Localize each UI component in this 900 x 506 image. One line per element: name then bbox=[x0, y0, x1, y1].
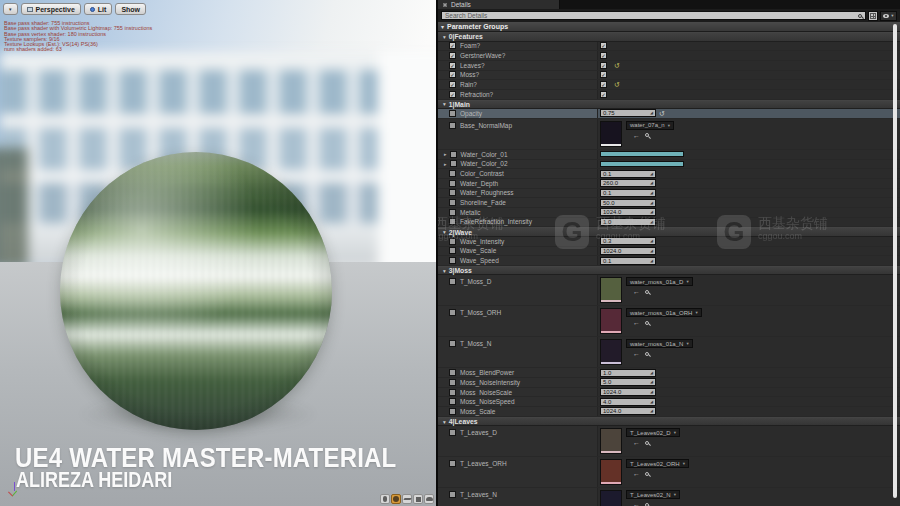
param-row-check[interactable]: ✓Leaves?✓↺ bbox=[438, 61, 900, 71]
preview-shape-sphere-button[interactable] bbox=[391, 494, 401, 504]
use-selected-asset-icon[interactable]: ← bbox=[633, 439, 640, 446]
param-row-texture[interactable]: T_Moss_Nwater_moss_01a_N▾← bbox=[438, 337, 900, 368]
collapse-arrow-icon[interactable]: ▾ bbox=[443, 229, 446, 235]
group-header[interactable]: ▾4|Leaves bbox=[438, 417, 900, 427]
collapse-arrow-icon[interactable]: ▾ bbox=[443, 101, 446, 107]
texture-thumbnail[interactable] bbox=[600, 490, 622, 506]
param-row-texture[interactable]: T_Moss_Dwater_moss_01a_D▾← bbox=[438, 275, 900, 306]
param-row-scalar[interactable]: Color_Contrast0.1◢ bbox=[438, 169, 900, 179]
override-checkbox[interactable] bbox=[449, 309, 456, 316]
browse-asset-icon[interactable] bbox=[645, 133, 649, 137]
tab-details[interactable]: Details bbox=[438, 0, 560, 9]
override-checkbox[interactable] bbox=[449, 408, 456, 415]
param-row-scalar[interactable]: Moss_NoiseSpeed4.0◢ bbox=[438, 397, 900, 407]
param-row-texture[interactable]: T_Leaves_DT_Leaves02_D▾← bbox=[438, 426, 900, 457]
param-row-check[interactable]: ✓Foam?✓ bbox=[438, 42, 900, 52]
collapse-arrow-icon[interactable]: ▾ bbox=[443, 419, 446, 425]
override-checkbox[interactable] bbox=[450, 160, 457, 167]
value-spinbox[interactable]: 1024.0◢ bbox=[600, 388, 656, 396]
param-row-scalar[interactable]: Wave_Speed0.1◢ bbox=[438, 256, 900, 266]
parameter-groups-header[interactable]: ▾ Parameter Groups bbox=[438, 22, 900, 32]
reset-to-default-icon[interactable]: ↺ bbox=[614, 81, 620, 88]
use-selected-asset-icon[interactable]: ← bbox=[633, 350, 640, 357]
lit-mode-button[interactable]: Lit bbox=[84, 3, 113, 15]
browse-asset-icon[interactable] bbox=[645, 321, 649, 325]
value-spinbox[interactable]: 0.3◢ bbox=[600, 237, 656, 245]
override-checkbox[interactable] bbox=[449, 180, 456, 187]
value-checkbox[interactable]: ✓ bbox=[600, 52, 607, 59]
value-spinbox[interactable]: 0.1◢ bbox=[600, 257, 656, 265]
expander-icon[interactable]: ▸ bbox=[444, 161, 447, 167]
override-checkbox[interactable] bbox=[449, 238, 456, 245]
override-checkbox[interactable] bbox=[449, 170, 456, 177]
texture-thumbnail[interactable] bbox=[600, 428, 622, 454]
material-preview-sphere[interactable] bbox=[60, 152, 332, 430]
param-row-scalar[interactable]: Shoreline_Fade50.0◢ bbox=[438, 198, 900, 208]
search-box[interactable] bbox=[441, 11, 866, 20]
texture-thumbnail[interactable] bbox=[600, 121, 622, 147]
param-row-check[interactable]: ✓Refraction?✓ bbox=[438, 90, 900, 100]
param-row-scalar[interactable]: Wave_Scale1024.0◢ bbox=[438, 247, 900, 257]
group-header[interactable]: ▾1|Main bbox=[438, 100, 900, 110]
override-checkbox[interactable] bbox=[449, 247, 456, 254]
value-spinbox[interactable]: 1024.0◢ bbox=[600, 208, 656, 216]
asset-dropdown[interactable]: water_moss_01a_D▾ bbox=[626, 277, 693, 286]
group-header[interactable]: ▾2|Wave bbox=[438, 227, 900, 237]
param-row-texture[interactable]: T_Leaves_ORHT_Leaves02_ORH▾← bbox=[438, 457, 900, 488]
override-checkbox[interactable]: ✓ bbox=[449, 42, 456, 49]
override-checkbox[interactable] bbox=[449, 389, 456, 396]
asset-dropdown[interactable]: T_Leaves02_N▾ bbox=[626, 490, 680, 499]
override-checkbox[interactable]: ✓ bbox=[449, 71, 456, 78]
preview-shape-teapot-button[interactable] bbox=[424, 494, 434, 504]
view-options-button[interactable] bbox=[868, 11, 878, 21]
param-row-color[interactable]: ▸Water_Color_01 bbox=[438, 150, 900, 160]
asset-dropdown[interactable]: water_moss_01a_N▾ bbox=[626, 339, 693, 348]
use-selected-asset-icon[interactable]: ← bbox=[633, 501, 640, 506]
override-checkbox[interactable] bbox=[449, 189, 456, 196]
value-spinbox[interactable]: 4.0◢ bbox=[600, 398, 656, 406]
param-row-scalar[interactable]: Opacity0.75◢↺ bbox=[438, 109, 900, 119]
value-spinbox[interactable]: 1024.0◢ bbox=[600, 407, 656, 415]
param-row-texture[interactable]: Base_NormalMapwater_07a_n▾← bbox=[438, 119, 900, 150]
value-checkbox[interactable]: ✓ bbox=[600, 42, 607, 49]
reset-to-default-icon[interactable]: ↺ bbox=[659, 110, 665, 117]
value-spinbox[interactable]: 1.0◢ bbox=[600, 369, 656, 377]
param-row-scalar[interactable]: Water_Roughness0.1◢ bbox=[438, 189, 900, 199]
value-spinbox[interactable]: 260.0◢ bbox=[600, 179, 656, 187]
override-checkbox[interactable] bbox=[449, 278, 456, 285]
show-button[interactable]: Show bbox=[115, 3, 146, 15]
collapse-arrow-icon[interactable]: ▾ bbox=[443, 268, 446, 274]
texture-thumbnail[interactable] bbox=[600, 308, 622, 334]
value-spinbox[interactable]: 1024.0◢ bbox=[600, 247, 656, 255]
override-checkbox[interactable] bbox=[449, 340, 456, 347]
preview-shape-plane-button[interactable] bbox=[402, 494, 412, 504]
collapse-arrow-icon[interactable]: ▾ bbox=[443, 34, 446, 40]
override-checkbox[interactable]: ✓ bbox=[449, 62, 456, 69]
use-selected-asset-icon[interactable]: ← bbox=[633, 288, 640, 295]
override-checkbox[interactable] bbox=[449, 257, 456, 264]
browse-asset-icon[interactable] bbox=[645, 472, 649, 476]
value-spinbox[interactable]: 50.0◢ bbox=[600, 199, 656, 207]
value-spinbox[interactable]: 5.0◢ bbox=[600, 378, 656, 386]
value-spinbox[interactable]: 1.0◢ bbox=[600, 218, 656, 226]
override-checkbox[interactable] bbox=[449, 209, 456, 216]
reset-to-default-icon[interactable]: ↺ bbox=[614, 62, 620, 69]
preview-shape-cube-button[interactable] bbox=[413, 494, 423, 504]
preview-viewport[interactable]: ▾ Perspective Lit Show Base pass shader:… bbox=[0, 0, 436, 506]
override-checkbox[interactable] bbox=[449, 122, 456, 129]
use-selected-asset-icon[interactable]: ← bbox=[633, 319, 640, 326]
param-row-scalar[interactable]: Moss_NoiseScale1024.0◢ bbox=[438, 388, 900, 398]
perspective-button[interactable]: Perspective bbox=[21, 3, 81, 15]
override-checkbox[interactable]: ✓ bbox=[449, 52, 456, 59]
param-row-scalar[interactable]: FakeRefraction_Intensity1.0◢ bbox=[438, 218, 900, 228]
override-checkbox[interactable]: ✓ bbox=[449, 91, 456, 98]
group-header[interactable]: ▾3|Moss bbox=[438, 266, 900, 276]
use-selected-asset-icon[interactable]: ← bbox=[633, 470, 640, 477]
asset-dropdown[interactable]: T_Leaves02_ORH▾ bbox=[626, 459, 689, 468]
texture-thumbnail[interactable] bbox=[600, 459, 622, 485]
param-row-scalar[interactable]: Metalic1024.0◢ bbox=[438, 208, 900, 218]
param-row-check[interactable]: ✓Rain?✓↺ bbox=[438, 80, 900, 90]
visibility-filter-button[interactable]: ▾ bbox=[880, 11, 897, 21]
override-checkbox[interactable] bbox=[449, 429, 456, 436]
override-checkbox[interactable]: ✓ bbox=[449, 81, 456, 88]
